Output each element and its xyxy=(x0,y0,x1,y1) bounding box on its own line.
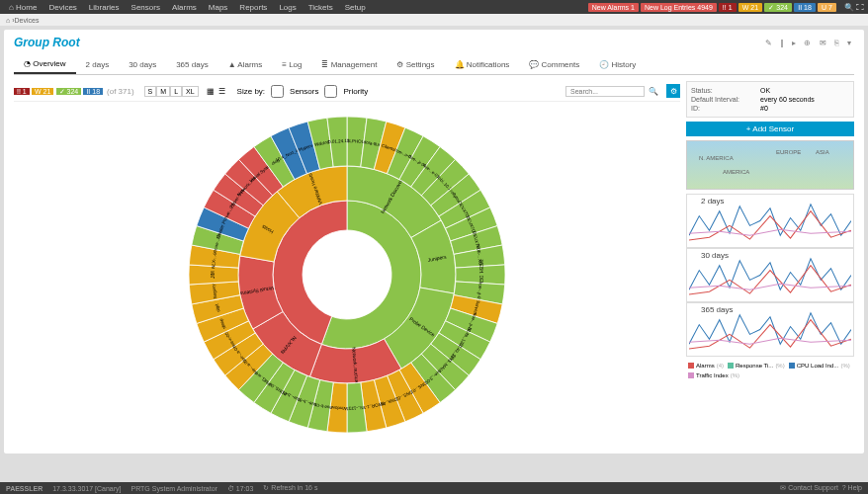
legend-item: CPU Load Ind... (%) xyxy=(789,363,850,369)
size-s-button[interactable]: S xyxy=(144,86,157,97)
tab-comments[interactable]: 💬 Comments xyxy=(519,55,589,74)
title-toolbar[interactable]: ✎ ‖ ▸ ⊕ ✉ ⎘ ▾ xyxy=(765,39,854,47)
sensors-checkbox[interactable] xyxy=(271,85,284,98)
size-l-button[interactable]: L xyxy=(170,86,182,97)
size-m-button[interactable]: M xyxy=(156,86,170,97)
sunburst-chart[interactable]: Network DiscoveryJunipersProbe DeviceNet… xyxy=(14,102,680,448)
priority-checkbox[interactable] xyxy=(324,85,337,98)
nav-tickets[interactable]: Tickets xyxy=(304,1,338,14)
tab-overview[interactable]: ◔ Overview xyxy=(14,55,76,74)
legend-item: Response Ti... (%) xyxy=(728,363,785,369)
toolbar-badge[interactable]: II 18 xyxy=(83,88,103,95)
status-value: OK xyxy=(760,87,770,94)
nav-home[interactable]: ⌂ Home xyxy=(4,1,42,14)
tab-log[interactable]: ≡ Log xyxy=(272,55,311,74)
status-badge[interactable]: W 21 xyxy=(738,3,762,12)
new-log-badge[interactable]: New Log Entries 4949 xyxy=(641,3,717,12)
status-badge[interactable]: II 18 xyxy=(794,3,816,12)
sidebar: Status:OK Default Interval:every 60 seco… xyxy=(686,81,854,448)
nav-alarms[interactable]: Alarms xyxy=(167,1,202,14)
tab-30 days[interactable]: 30 days xyxy=(119,55,166,74)
interval-value: every 60 seconds xyxy=(760,96,815,103)
new-alarms-badge[interactable]: New Alarms 1 xyxy=(588,3,639,12)
size-by-label: Size by: xyxy=(237,87,265,96)
toolbar-badge[interactable]: !! 1 xyxy=(14,88,30,95)
list-view-icon[interactable]: ☰ xyxy=(218,87,225,96)
overview-toolbar: !! 1 W 21 ✓ 324 II 18 (of 371) SMLXL ▦ ☰… xyxy=(14,81,680,102)
mini-chart-2 days[interactable]: 2 days xyxy=(686,194,854,248)
tab-2 days[interactable]: 2 days xyxy=(76,55,120,74)
toolbar-badge[interactable]: ✓ 324 xyxy=(56,88,82,95)
legend-item: Alarms (4) xyxy=(688,363,724,369)
count-of: (of 371) xyxy=(107,87,134,96)
toolbar-badge[interactable]: W 21 xyxy=(32,88,53,95)
nav-setup[interactable]: Setup xyxy=(340,1,371,14)
search-input[interactable] xyxy=(565,86,645,97)
tab-alarms[interactable]: ▲ Alarms xyxy=(218,55,273,74)
fullscreen-icon[interactable]: ⛶ xyxy=(856,3,864,12)
nav-devices[interactable]: Devices xyxy=(43,1,81,14)
svg-text:JIM: JIM xyxy=(211,271,216,279)
size-xl-button[interactable]: XL xyxy=(182,86,199,97)
nav-logs[interactable]: Logs xyxy=(274,1,301,14)
tab-management[interactable]: ≣ Management xyxy=(311,55,387,74)
top-nav-bar: ⌂ HomeDevicesLibrariesSensorsAlarmsMapsR… xyxy=(0,0,868,14)
legend-item: Traffic Index (%) xyxy=(688,372,739,378)
status-info-box: Status:OK Default Interval:every 60 seco… xyxy=(686,81,854,118)
chart-legend: Alarms (4)Response Ti... (%)CPU Load Ind… xyxy=(686,361,854,380)
status-badge[interactable]: ✓ 324 xyxy=(764,3,792,12)
tab-365 days[interactable]: 365 days xyxy=(166,55,217,74)
tab-history[interactable]: 🕘 History xyxy=(589,55,646,74)
page-title: Group Root xyxy=(14,36,80,49)
search-icon[interactable]: 🔍 xyxy=(649,87,658,96)
main-nav: ⌂ HomeDevicesLibrariesSensorsAlarmsMapsR… xyxy=(4,1,371,14)
search-icon[interactable]: 🔍 xyxy=(844,3,854,12)
status-badge[interactable]: U 7 xyxy=(818,3,836,12)
tab-bar: ◔ Overview 2 days 30 days 365 days▲ Alar… xyxy=(14,55,854,75)
tab-notifications[interactable]: 🔔 Notifications xyxy=(445,55,520,74)
grid-view-icon[interactable]: ▦ xyxy=(207,87,215,96)
nav-maps[interactable]: Maps xyxy=(204,1,233,14)
tab-settings[interactable]: ⚙ Settings xyxy=(387,55,444,74)
world-map[interactable]: N. AMERICA EUROPE ASIA AMERICA xyxy=(686,140,854,190)
mini-chart-365 days[interactable]: 365 days xyxy=(686,302,854,357)
breadcrumb: ⌂ › Devices xyxy=(0,14,868,26)
nav-reports[interactable]: Reports xyxy=(234,1,272,14)
add-sensor-button[interactable]: + Add Sensor xyxy=(686,122,854,136)
mini-chart-30 days[interactable]: 30 days xyxy=(686,248,854,302)
gear-icon[interactable]: ⚙ xyxy=(666,84,680,98)
nav-sensors[interactable]: Sensors xyxy=(127,1,165,14)
nav-libraries[interactable]: Libraries xyxy=(84,1,125,14)
id-value: #0 xyxy=(760,105,768,112)
status-badge[interactable]: !! 1 xyxy=(719,3,737,12)
